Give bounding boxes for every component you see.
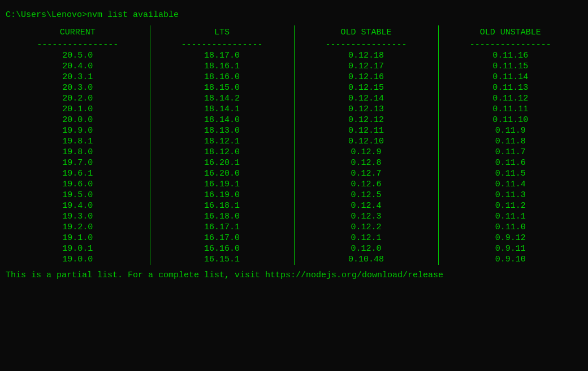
table-cell: 0.11.12 xyxy=(438,93,582,104)
table-row: 19.3.016.18.00.12.30.11.1 xyxy=(6,211,582,222)
table-cell: 0.11.2 xyxy=(438,200,582,211)
table-cell: 19.9.0 xyxy=(6,125,150,136)
table-row: 19.7.016.20.10.12.80.11.6 xyxy=(6,158,582,168)
table-cell: 18.13.0 xyxy=(150,125,294,136)
table-row: 20.0.018.14.00.12.120.11.10 xyxy=(6,115,582,125)
table-container: CURRENT LTS OLD STABLE OLD UNSTABLE ----… xyxy=(0,25,588,265)
table-cell: 18.16.0 xyxy=(150,72,294,82)
table-cell: 0.12.16 xyxy=(294,72,438,82)
table-cell: 0.11.14 xyxy=(438,72,582,82)
table-cell: 0.11.4 xyxy=(438,179,582,190)
table-cell: 18.14.2 xyxy=(150,93,294,104)
table-cell: 18.12.0 xyxy=(150,147,294,158)
table-cell: 0.12.12 xyxy=(294,115,438,125)
table-cell: 19.5.0 xyxy=(6,190,150,200)
table-row: 19.1.016.17.00.12.10.9.12 xyxy=(6,233,582,243)
table-cell: 20.2.0 xyxy=(6,93,150,104)
table-cell: 16.15.1 xyxy=(150,254,294,265)
table-row: 19.0.116.16.00.12.00.9.11 xyxy=(6,243,582,254)
divider-current: ---------------- xyxy=(6,40,150,50)
table-cell: 19.2.0 xyxy=(6,222,150,233)
table-row: 20.1.018.14.10.12.130.11.11 xyxy=(6,104,582,115)
col-header-old-unstable: OLD UNSTABLE xyxy=(438,25,582,40)
col-header-lts: LTS xyxy=(150,25,294,40)
table-cell: 19.8.1 xyxy=(6,136,150,147)
divider-old-stable: ---------------- xyxy=(294,40,438,50)
table-row: 20.5.018.17.00.12.180.11.16 xyxy=(6,50,582,61)
table-cell: 0.12.0 xyxy=(294,243,438,254)
table-row: 19.6.116.20.00.12.70.11.5 xyxy=(6,168,582,179)
table-cell: 0.12.6 xyxy=(294,179,438,190)
table-cell: 19.0.1 xyxy=(6,243,150,254)
table-cell: 0.12.10 xyxy=(294,136,438,147)
table-cell: 0.12.9 xyxy=(294,147,438,158)
table-cell: 0.11.13 xyxy=(438,82,582,93)
table-cell: 0.12.5 xyxy=(294,190,438,200)
table-cell: 0.10.48 xyxy=(294,254,438,265)
table-cell: 20.0.0 xyxy=(6,115,150,125)
header-row: CURRENT LTS OLD STABLE OLD UNSTABLE xyxy=(6,25,582,40)
table-cell: 0.11.16 xyxy=(438,50,582,61)
table-cell: 16.18.1 xyxy=(150,200,294,211)
table-cell: 0.12.14 xyxy=(294,93,438,104)
table-row: 19.5.016.19.00.12.50.11.3 xyxy=(6,190,582,200)
table-row: 20.2.018.14.20.12.140.11.12 xyxy=(6,93,582,104)
table-cell: 16.20.1 xyxy=(150,158,294,168)
table-cell: 0.12.13 xyxy=(294,104,438,115)
table-cell: 0.12.3 xyxy=(294,211,438,222)
table-row: 19.8.118.12.10.12.100.11.8 xyxy=(6,136,582,147)
table-row: 19.2.016.17.10.12.20.11.0 xyxy=(6,222,582,233)
table-cell: 0.11.0 xyxy=(438,222,582,233)
table-cell: 0.11.10 xyxy=(438,115,582,125)
footer-note: This is a partial list. For a complete l… xyxy=(0,265,588,285)
table-cell: 16.17.1 xyxy=(150,222,294,233)
table-cell: 0.11.8 xyxy=(438,136,582,147)
table-cell: 18.14.1 xyxy=(150,104,294,115)
table-cell: 19.1.0 xyxy=(6,233,150,243)
table-cell: 0.11.9 xyxy=(438,125,582,136)
table-cell: 18.12.1 xyxy=(150,136,294,147)
table-cell: 16.19.1 xyxy=(150,179,294,190)
table-cell: 0.11.5 xyxy=(438,168,582,179)
table-cell: 20.3.1 xyxy=(6,72,150,82)
table-body: 20.5.018.17.00.12.180.11.1620.4.018.16.1… xyxy=(6,50,582,265)
table-row: 19.0.016.15.10.10.480.9.10 xyxy=(6,254,582,265)
table-cell: 0.11.3 xyxy=(438,190,582,200)
table-row: 19.6.016.19.10.12.60.11.4 xyxy=(6,179,582,190)
table-row: 19.8.018.12.00.12.90.11.7 xyxy=(6,147,582,158)
table-cell: 0.12.18 xyxy=(294,50,438,61)
table-cell: 18.14.0 xyxy=(150,115,294,125)
table-cell: 0.12.11 xyxy=(294,125,438,136)
table-cell: 19.4.0 xyxy=(6,200,150,211)
table-cell: 20.1.0 xyxy=(6,104,150,115)
table-cell: 0.12.4 xyxy=(294,200,438,211)
table-cell: 19.6.0 xyxy=(6,179,150,190)
table-cell: 0.12.8 xyxy=(294,158,438,168)
table-cell: 18.17.0 xyxy=(150,50,294,61)
col-header-old-stable: OLD STABLE xyxy=(294,25,438,40)
table-row: 20.3.118.16.00.12.160.11.14 xyxy=(6,72,582,82)
table-cell: 0.12.15 xyxy=(294,82,438,93)
table-cell: 16.20.0 xyxy=(150,168,294,179)
table-cell: 19.6.1 xyxy=(6,168,150,179)
table-cell: 16.19.0 xyxy=(150,190,294,200)
divider-row: ---------------- ---------------- ------… xyxy=(6,40,582,50)
table-cell: 20.4.0 xyxy=(6,61,150,72)
table-cell: 16.17.0 xyxy=(150,233,294,243)
table-cell: 0.12.1 xyxy=(294,233,438,243)
table-cell: 0.11.1 xyxy=(438,211,582,222)
command-line: C:\Users\Lenovo>nvm list available xyxy=(0,6,588,25)
nvm-table: CURRENT LTS OLD STABLE OLD UNSTABLE ----… xyxy=(6,25,582,265)
table-row: 20.4.018.16.10.12.170.11.15 xyxy=(6,61,582,72)
table-cell: 16.18.0 xyxy=(150,211,294,222)
table-cell: 0.11.6 xyxy=(438,158,582,168)
divider-old-unstable: ---------------- xyxy=(438,40,582,50)
table-cell: 0.9.12 xyxy=(438,233,582,243)
table-cell: 20.3.0 xyxy=(6,82,150,93)
table-cell: 18.15.0 xyxy=(150,82,294,93)
table-cell: 0.12.17 xyxy=(294,61,438,72)
col-header-current: CURRENT xyxy=(6,25,150,40)
table-cell: 20.5.0 xyxy=(6,50,150,61)
table-cell: 0.11.11 xyxy=(438,104,582,115)
divider-lts: ---------------- xyxy=(150,40,294,50)
